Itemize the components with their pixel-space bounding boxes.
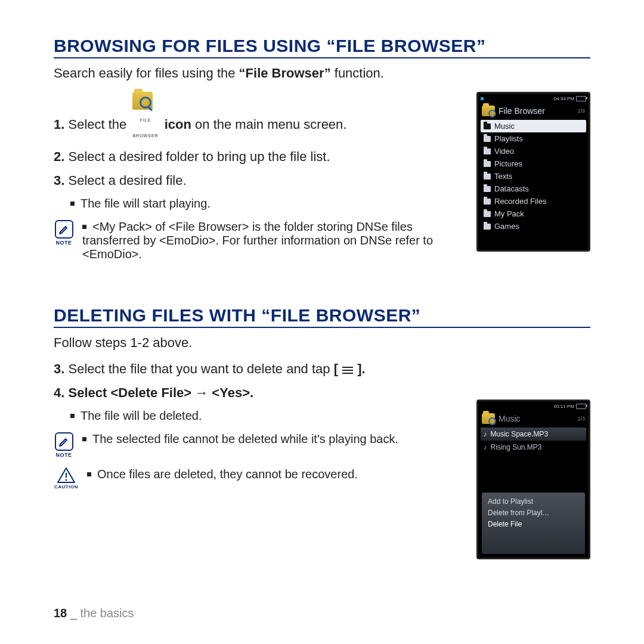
dev1-item: My Pack: [481, 208, 586, 220]
caution-label: CAUTION: [54, 484, 79, 490]
folder-icon: [484, 199, 491, 205]
dev2-context-menu: Add to PlaylistDelete from Playl…Delete …: [482, 493, 585, 554]
dev2-menu-item: Add to Playlist: [488, 496, 579, 507]
s2-br-open: [: [334, 361, 342, 376]
note-icon-2: NOTE: [54, 432, 74, 458]
caution-row: CAUTION Once files are deleted, they can…: [54, 467, 471, 490]
step2: 2. Select a desired folder to bring up t…: [54, 149, 471, 165]
note-icon: NOTE: [54, 220, 74, 246]
dev2-title: Music: [499, 414, 521, 423]
step1-bold: icon: [165, 117, 191, 132]
dev2-header: Music 1/3: [478, 411, 589, 428]
icon-cap-2: BROWSER: [132, 134, 158, 138]
icon-cap-1: FILE: [140, 118, 151, 122]
dev1-item: Pictures: [481, 157, 586, 170]
intro-pre: Search easily for files using the: [54, 66, 239, 80]
dev2-count: 1/3: [577, 416, 585, 422]
chapter-name: the basics: [80, 606, 134, 620]
step3: 3. Select a desired file.: [54, 173, 471, 188]
step1: 1. Select the FILEBROWSER icon on the ma…: [54, 92, 471, 141]
section2-intro: Follow steps 1-2 above.: [54, 335, 590, 351]
note-text-1: <My Pack> of <File Browser> is the folde…: [82, 220, 471, 261]
dev1-item-label: Datacasts: [494, 184, 529, 193]
intro-post: function.: [331, 66, 384, 80]
folder-icon: [484, 123, 491, 129]
dev1-item-label: Playlists: [494, 134, 523, 143]
dev1-item: Recorded Files: [481, 195, 586, 208]
dev1-item-label: Pictures: [494, 159, 522, 168]
s2-step3-pre: Select the file that you want to delete …: [64, 361, 333, 376]
dev1-title: File Browser: [499, 106, 545, 116]
s2-step3: 3. Select the file that you want to dele…: [54, 361, 471, 377]
step2-text: Select a desired folder to bring up the …: [64, 149, 330, 164]
intro-bold: “File Browser”: [239, 66, 331, 80]
folder-icon: [484, 224, 491, 230]
dev1-item-label: Recorded Files: [494, 197, 546, 206]
status-dot-icon: [481, 97, 484, 100]
dev1-time: 04:34 PM: [554, 96, 574, 101]
dev1-item: Datacasts: [481, 182, 586, 195]
dev2-time: 03:11 PM: [554, 404, 574, 409]
dev2-menu-item: Delete File: [488, 519, 579, 530]
dev1-status-bar: 04:34 PM: [478, 94, 589, 103]
dev2-item-label: Rising Sun.MP3: [491, 443, 542, 451]
note-label: NOTE: [54, 240, 74, 246]
file-browser-icon: FILEBROWSER: [132, 92, 158, 141]
dev2-item: ♪Music Space.MP3: [481, 428, 586, 441]
section1-intro: Search easily for files using the “File …: [54, 66, 590, 81]
dev2-status-bar: 03:11 PM: [478, 401, 589, 411]
folder-icon: [484, 148, 491, 154]
step3-sub-text: The file will start playing.: [80, 197, 210, 210]
s2-br-close: ].: [354, 361, 366, 376]
section2-title: DELETING FILES WITH “FILE BROWSER”: [54, 305, 590, 328]
dev1-count: 1/9: [577, 108, 585, 114]
footer-sep: _: [67, 606, 80, 620]
dev1-list: MusicPlaylistsVideoPicturesTextsDatacast…: [478, 120, 589, 235]
note-text-2: The selected file cannot be deleted whil…: [82, 432, 398, 446]
dev1-item-label: Video: [494, 147, 514, 156]
step3-sub: The file will start playing.: [70, 197, 471, 210]
s2-step3-num: 3.: [54, 361, 64, 376]
folder-search-icon: [482, 106, 495, 116]
folder-icon: [484, 211, 491, 217]
folder-icon: [484, 174, 491, 179]
s2-step4-text: Select <Delete File> → <Yes>.: [64, 385, 253, 400]
dev2-item-label: Music Space.MP3: [491, 430, 549, 438]
step1-pre: Select the: [64, 117, 130, 132]
svg-point-1: [66, 479, 67, 481]
battery-icon: [576, 404, 586, 409]
step1-post: on the main menu screen.: [191, 117, 346, 132]
music-note-icon: ♪: [484, 431, 487, 438]
step2-num: 2.: [54, 149, 64, 164]
step3-num: 3.: [54, 173, 64, 188]
dev1-item-label: Texts: [494, 172, 512, 181]
caution-body: Once files are deleted, they cannot be r…: [97, 467, 358, 481]
folder-icon: [484, 136, 491, 142]
dev1-header: File Browser 1/9: [478, 103, 589, 120]
note-label-2: NOTE: [54, 452, 74, 458]
dev1-item: Playlists: [481, 132, 586, 145]
page-number: 18: [54, 606, 67, 620]
dev1-item-label: Games: [494, 222, 519, 231]
s2-step4: 4. Select <Delete File> → <Yes>.: [54, 385, 471, 401]
music-note-icon: ♪: [484, 444, 487, 451]
page-footer: 18 _ the basics: [54, 606, 134, 620]
s2-step4-sub-text: The file will be deleted.: [80, 409, 202, 422]
dev1-item: Music: [481, 120, 586, 132]
s2-step4-num: 4.: [54, 385, 64, 400]
device-screenshot-2: 03:11 PM Music 1/3 ♪Music Space.MP3♪Risi…: [476, 400, 590, 559]
section1-title: BROWSING FOR FILES USING “FILE BROWSER”: [54, 36, 590, 58]
dev1-item-label: My Pack: [494, 209, 524, 218]
folder-icon: [484, 161, 491, 167]
dev1-item: Video: [481, 145, 586, 157]
caution-icon: CAUTION: [54, 467, 79, 490]
folder-icon: [484, 186, 491, 192]
note-row-2: NOTE The selected file cannot be deleted…: [54, 432, 471, 458]
dev1-item: Texts: [481, 170, 586, 182]
dev1-item-label: Music: [494, 122, 515, 131]
folder-search-icon: [482, 413, 495, 424]
s2-step4-sub: The file will be deleted.: [70, 409, 471, 423]
dev1-item: Games: [481, 220, 586, 233]
caution-text: Once files are deleted, they cannot be r…: [87, 467, 358, 481]
note1-body: <My Pack> of <File Browser> is the folde…: [82, 220, 433, 261]
